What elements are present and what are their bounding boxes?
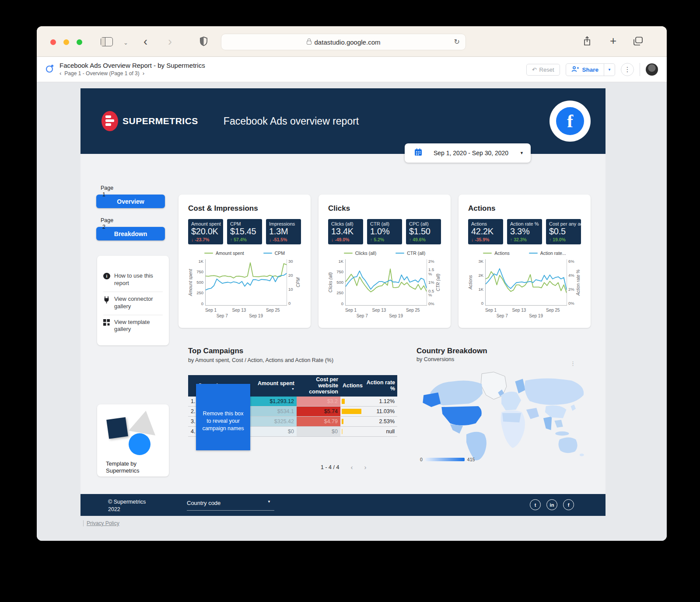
close-window-button[interactable] <box>50 39 56 45</box>
scorecard-cost-per-action[interactable]: Cost per any action$0.5 ↑ 19.0% <box>546 219 581 244</box>
actions-bar-cell <box>340 407 361 416</box>
column-header-cost[interactable]: Cost per website conversion <box>297 375 340 397</box>
pagination-next-icon[interactable]: › <box>364 463 366 471</box>
new-tab-icon[interactable]: + <box>610 34 616 48</box>
privacy-shield-icon[interactable] <box>200 36 208 48</box>
minimize-window-button[interactable] <box>63 39 69 45</box>
page2-number: 2 <box>102 224 105 230</box>
reload-icon[interactable]: ↻ <box>454 38 460 46</box>
date-range-picker[interactable]: Sep 1, 2020 - Sep 30, 2020 ▼ <box>405 143 531 163</box>
left-axis-title: Clicks (all) <box>328 259 333 306</box>
calendar-icon <box>414 148 422 158</box>
chart-legend: Clicks (all) CTR (all) <box>328 251 441 256</box>
facebook-icon[interactable]: f <box>563 499 574 510</box>
amount-cell: $1,293.12 <box>250 397 297 406</box>
copyright-label: © Supermetrics 2022 <box>108 498 156 513</box>
address-bar[interactable]: datastudio.google.com ↻ <box>221 34 466 50</box>
panel-title: Clicks <box>328 204 441 213</box>
url-text: datastudio.google.com <box>315 38 381 46</box>
reset-button[interactable]: ↶ Reset <box>526 64 560 76</box>
line-chart-actions[interactable] <box>485 259 567 306</box>
left-axis-title: Actions <box>468 259 473 306</box>
map-options-icon[interactable]: ⋮ <box>570 361 576 366</box>
back-button[interactable]: ‹ <box>144 36 147 48</box>
how-to-use-link[interactable]: i How to use this report <box>103 269 163 292</box>
world-map[interactable] <box>416 370 590 464</box>
person-add-icon <box>571 66 579 73</box>
delta-arrow-icon: ↑ <box>230 237 232 242</box>
twitter-icon[interactable]: t <box>530 499 541 510</box>
left-axis-ticks: 1K7505002500 <box>333 259 345 306</box>
line-chart-cost-impressions[interactable] <box>205 259 287 306</box>
pagination-prev-icon[interactable]: ‹ <box>350 463 353 471</box>
right-axis-title: CPM <box>296 259 301 306</box>
toolbar-divider <box>640 63 640 76</box>
left-axis-ticks: 3K2K1K0 <box>473 259 485 306</box>
report-canvas: SUPERMETRICS Facebook Ads overview repor… <box>80 88 606 516</box>
browser-window: ⌄ ‹ › datastudio.google.com ↻ + Facebook… <box>37 26 667 541</box>
fullscreen-window-button[interactable] <box>77 39 82 45</box>
gradient-bar <box>425 458 465 461</box>
actions-bar-cell <box>340 427 361 436</box>
column-header-actions[interactable]: Actions <box>340 381 361 391</box>
help-links-card: i How to use this report View connector … <box>97 256 169 345</box>
report-viewport: SUPERMETRICS Facebook Ads overview repor… <box>37 82 667 541</box>
actions-bar <box>342 399 345 404</box>
page-nav-label[interactable]: Page 1 - Overview (Page 1 of 3) <box>64 70 139 77</box>
sidebar-item-overview[interactable]: Overview <box>96 195 165 208</box>
user-avatar[interactable] <box>646 63 658 76</box>
lock-icon <box>307 41 312 45</box>
more-options-button[interactable]: ⋮ <box>621 63 634 76</box>
scorecard-clicks[interactable]: Clicks (all)13.4K ↓ -49.0% <box>328 219 363 244</box>
scorecard-actions[interactable]: Actions42.2K ↓ -35.9% <box>468 219 503 244</box>
scorecard-ctr[interactable]: CTR (all)1.0% ↑ 5.2% <box>367 219 402 244</box>
right-axis-ticks: 6%4%2%0% <box>567 259 576 306</box>
column-header-amount[interactable]: Amount spent▼ <box>250 379 297 392</box>
linkedin-icon[interactable]: in <box>546 499 557 510</box>
datastudio-logo-icon[interactable] <box>46 64 54 75</box>
scale-min-label: 0 <box>420 457 423 462</box>
country-code-dropdown[interactable]: Country code ▼ <box>187 500 274 511</box>
date-range-caret-icon: ▼ <box>520 151 524 155</box>
share-page-icon[interactable] <box>583 36 592 48</box>
delta-arrow-icon: ↑ <box>370 237 372 242</box>
panel-clicks: Clicks Clicks (all)13.4K ↓ -49.0% CTR (a… <box>318 195 451 328</box>
panel-title: Cost & Impressions <box>188 204 301 213</box>
campaign-names-overlay[interactable]: Remove this box to reveal your campaign … <box>196 384 250 450</box>
sidebar-toggle-icon[interactable] <box>101 37 113 46</box>
column-header-rate[interactable]: Action rate % <box>361 378 397 394</box>
actions-bar <box>342 429 343 434</box>
supermetrics-logo-icon <box>102 111 118 131</box>
scorecard-cpm[interactable]: CPM$15.45 ↑ 57.4% <box>227 219 262 244</box>
template-gallery-link[interactable]: View template gallery <box>103 315 163 338</box>
scorecard-cpc[interactable]: CPC (all)$1.50 ↑ 49.6% <box>406 219 441 244</box>
template-by-label: Template by Supermetrics <box>106 460 169 475</box>
tab-overview-icon[interactable] <box>633 36 643 48</box>
prev-page-icon[interactable]: ‹ <box>60 70 61 77</box>
delta-arrow-icon: ↑ <box>510 237 512 242</box>
template-card: Template by Supermetrics <box>97 404 169 477</box>
sidebar-item-breakdown[interactable]: Breakdown <box>96 227 165 240</box>
connector-gallery-link[interactable]: View connector gallery <box>103 292 163 315</box>
report-footer: © Supermetrics 2022 Country code ▼ t in … <box>80 494 606 516</box>
forward-button[interactable]: › <box>168 36 172 48</box>
privacy-policy-link[interactable]: Privacy Policy <box>83 520 119 526</box>
line-chart-clicks[interactable] <box>345 259 427 306</box>
delta-arrow-icon: ↑ <box>409 237 411 242</box>
delta-arrow-icon: ↓ <box>331 237 333 242</box>
rate-cell: 2.53% <box>361 417 397 426</box>
delta-arrow-icon: ↓ <box>191 237 193 242</box>
top-campaigns-table[interactable]: Campaign name Amount spent▼ Cost per web… <box>188 375 397 437</box>
scorecard-action-rate[interactable]: Action rate %3.3% ↑ 32.3% <box>507 219 542 244</box>
triangle-shape <box>129 408 159 435</box>
x-axis-labels: Sep 1 Sep 7 Sep 13 Sep 19 Sep 25 <box>345 307 427 319</box>
sidebar-chevron-icon[interactable]: ⌄ <box>123 39 128 46</box>
page1-label: Page <box>101 185 113 191</box>
share-dropdown-caret[interactable]: ▼ <box>604 64 615 76</box>
scorecard-amount-spent[interactable]: Amount spent$20.0K ↓ -23.7% <box>188 219 223 244</box>
share-button[interactable]: Share ▼ <box>566 63 615 76</box>
next-page-icon[interactable]: › <box>143 70 144 77</box>
pagination-label: 1 - 4 / 4 <box>321 464 339 470</box>
left-axis-title: Amount spent <box>188 259 193 306</box>
scorecard-impressions[interactable]: Impressions1.3M ↓ -51.5% <box>266 219 301 244</box>
